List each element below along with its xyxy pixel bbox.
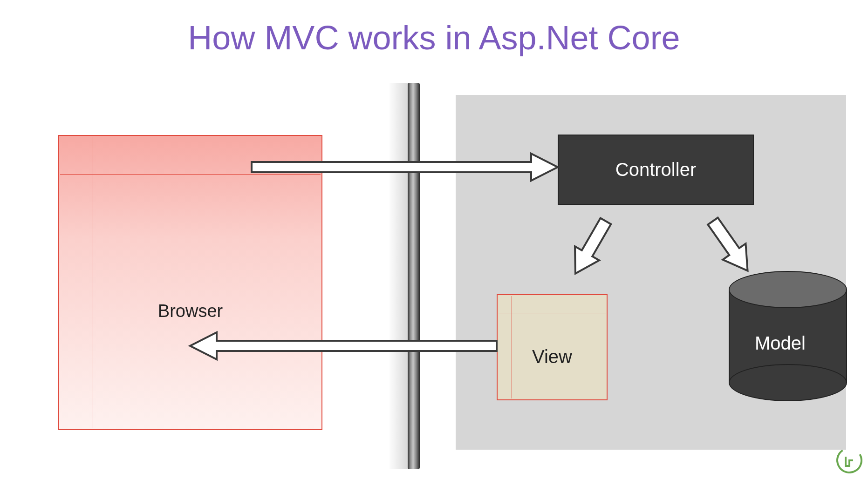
brand-logo-icon [836, 447, 862, 473]
browser-frame-line-h [60, 174, 321, 175]
model-cylinder-top [729, 271, 847, 308]
view-frame-line-h [499, 313, 606, 313]
controller-node: Controller [558, 135, 754, 205]
divider-shadow [388, 83, 408, 469]
view-label: View [498, 346, 607, 367]
model-label: Model [755, 333, 806, 354]
controller-label: Controller [615, 159, 696, 180]
divider-bar [408, 83, 420, 469]
browser-frame-line-v [93, 137, 93, 428]
view-node: View [497, 294, 608, 400]
browser-label: Browser [59, 301, 321, 321]
browser-node: Browser [58, 135, 322, 430]
diagram-title: How MVC works in Asp.Net Core [188, 19, 680, 57]
model-cylinder-bottom [729, 364, 847, 401]
